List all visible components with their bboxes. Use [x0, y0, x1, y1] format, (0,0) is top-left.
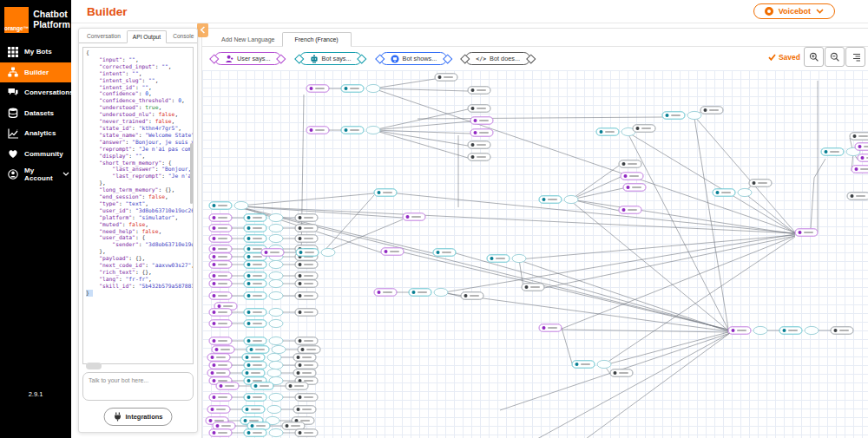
flow-node-user-says[interactable]	[852, 166, 868, 173]
bot-selector-button[interactable]: Voicebot	[753, 3, 835, 19]
flow-node-state[interactable]	[269, 279, 283, 287]
bot-does-button[interactable]: </> Bot does...	[465, 52, 530, 65]
tab-conversation[interactable]: Conversation	[81, 29, 127, 42]
flow-node-state[interactable]	[738, 188, 752, 196]
flow-node-bot-does[interactable]	[282, 422, 305, 429]
flow-graph[interactable]	[202, 70, 868, 438]
flow-node-user-says[interactable]	[209, 292, 232, 299]
flow-node-state[interactable]	[267, 369, 281, 376]
flow-node-bot-says[interactable]	[487, 255, 510, 262]
flow-node-bot-says[interactable]	[409, 289, 431, 296]
flow-node-user-says[interactable]	[209, 214, 232, 221]
flow-node-user-says[interactable]	[209, 362, 232, 369]
flow-node-bot-says[interactable]	[244, 292, 266, 299]
flow-node-bot-does[interactable]	[468, 87, 490, 94]
flow-node-user-says[interactable]	[403, 213, 425, 220]
flow-node-bot-does[interactable]	[619, 160, 641, 167]
flow-node-bot-says[interactable]	[244, 261, 266, 268]
flow-node-bot-does[interactable]	[633, 125, 655, 132]
flow-node-user-says[interactable]	[207, 406, 230, 413]
flow-node-bot-says[interactable]	[341, 85, 364, 92]
flow-node-bot-says[interactable]	[244, 429, 266, 436]
flow-node-bot-says[interactable]	[539, 196, 562, 203]
flow-node-bot-says[interactable]	[713, 189, 735, 196]
flow-node-bot-says[interactable]	[374, 189, 397, 196]
flow-node-bot-says[interactable]	[242, 369, 265, 376]
flow-node-user-says[interactable]	[209, 280, 232, 287]
flow-node-state[interactable]	[366, 126, 380, 134]
flow-node-user-says[interactable]	[619, 206, 641, 213]
flow-node-bot-does[interactable]	[295, 272, 318, 279]
flow-node-user-says[interactable]	[207, 369, 230, 376]
flow-node-bot-does[interactable]	[298, 346, 320, 353]
flow-node-bot-does[interactable]	[610, 369, 633, 376]
add-new-language-tab[interactable]: Add New Language	[214, 33, 282, 46]
flow-node-bot-does[interactable]	[295, 235, 318, 242]
flow-node-bot-says[interactable]	[244, 320, 266, 327]
flow-node-state[interactable]	[366, 84, 380, 92]
tab-console[interactable]: Console	[167, 29, 200, 42]
language-tab-french[interactable]: French (France)	[282, 32, 352, 47]
flow-node-user-says[interactable]	[209, 429, 232, 436]
user-says-button[interactable]: User says...	[214, 52, 281, 65]
sidebar-item-conversations[interactable]: Conversations	[0, 82, 71, 103]
flow-node-bot-does[interactable]	[831, 327, 853, 334]
flow-node-user-says[interactable]	[209, 320, 232, 327]
flow-node-state[interactable]	[269, 234, 283, 242]
flow-node-bot-says[interactable]	[242, 354, 265, 361]
flow-node-user-says[interactable]	[306, 85, 329, 92]
flow-node-bot-says[interactable]	[244, 272, 266, 279]
flow-node-user-says[interactable]	[621, 173, 643, 180]
flow-node-user-says[interactable]	[209, 261, 232, 268]
flow-node-state[interactable]	[564, 195, 578, 203]
flow-node-user-says[interactable]	[212, 346, 234, 353]
flow-node-bot-says[interactable]	[779, 327, 802, 334]
flow-node-user-says[interactable]	[306, 127, 329, 134]
flow-node-bot-says[interactable]	[244, 214, 266, 221]
flow-node-bot-does[interactable]	[522, 284, 544, 291]
flow-node-user-says[interactable]	[728, 327, 751, 334]
integrations-button[interactable]: Integrations	[104, 408, 173, 426]
flow-node-state[interactable]	[272, 345, 286, 353]
flow-node-state[interactable]	[269, 337, 283, 344]
state-list-button[interactable]	[845, 47, 865, 67]
flow-node-bot-does[interactable]	[295, 225, 318, 232]
flow-node-user-says[interactable]	[209, 272, 232, 279]
chat-input[interactable]	[82, 372, 194, 401]
bot-shows-button[interactable]: Bot shows...	[380, 52, 448, 65]
flow-node-bot-says[interactable]	[296, 249, 319, 256]
flow-node-user-says[interactable]	[209, 225, 232, 232]
flow-node-user-says[interactable]	[207, 354, 230, 361]
flow-node-state[interactable]	[269, 393, 283, 401]
flow-node-bot-says[interactable]	[242, 406, 265, 413]
flow-node-bot-does[interactable]	[286, 382, 308, 389]
flow-node-bot-says[interactable]	[244, 309, 266, 316]
flow-node-state[interactable]	[269, 213, 283, 221]
flow-node-bot-says[interactable]	[662, 112, 685, 119]
flow-node-bot-does[interactable]	[295, 337, 318, 344]
flow-node-bot-does[interactable]	[850, 133, 868, 140]
flow-node-bot-says[interactable]	[244, 235, 266, 242]
flow-node-bot-says[interactable]	[572, 361, 595, 368]
flow-node-bot-says[interactable]	[247, 422, 270, 429]
flow-node-user-says[interactable]	[539, 324, 562, 331]
zoom-out-button[interactable]	[825, 47, 845, 67]
scrollbar-thumb[interactable]	[190, 143, 193, 204]
flow-node-bot-does[interactable]	[295, 429, 318, 436]
api-output-code[interactable]: { "input": "", "corrected_input": "", "i…	[82, 47, 194, 364]
sidebar-item-datasets[interactable]: Datasets	[0, 103, 71, 124]
flow-node-bot-does[interactable]	[295, 362, 318, 369]
sidebar-item-my-bots[interactable]: My Bots	[0, 42, 71, 62]
flow-node-bot-does[interactable]	[435, 74, 457, 81]
flow-node-user-says[interactable]	[209, 245, 232, 252]
flow-node-state[interactable]	[805, 326, 819, 334]
flow-node-user-says[interactable]	[623, 184, 646, 191]
flow-node-state[interactable]	[269, 291, 283, 299]
flow-node-state[interactable]	[269, 308, 283, 316]
flow-canvas[interactable]	[202, 70, 868, 438]
flow-node-bot-does[interactable]	[295, 292, 318, 299]
flow-node-bot-does[interactable]	[468, 141, 490, 148]
flow-node-state[interactable]	[234, 201, 248, 209]
flow-node-bot-does[interactable]	[295, 261, 318, 268]
flow-node-user-says[interactable]	[470, 117, 493, 124]
